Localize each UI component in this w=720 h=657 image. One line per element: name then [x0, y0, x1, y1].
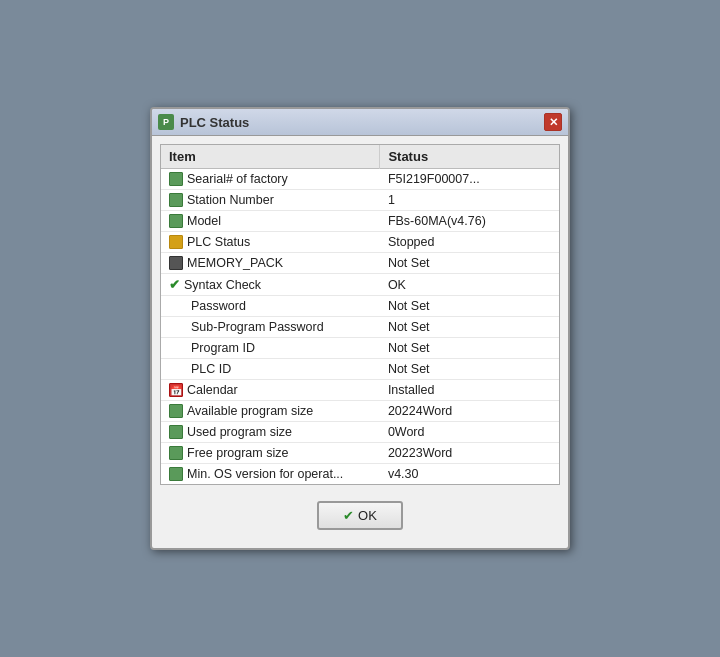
table-row: Sub-Program PasswordNot Set [161, 317, 559, 338]
status-value: 20223Word [380, 443, 559, 464]
header-item: Item [161, 145, 380, 169]
item-cell: Searial# of factory [161, 169, 380, 190]
item-label: Sub-Program Password [191, 320, 324, 334]
item-label: Calendar [187, 383, 238, 397]
item-label: Used program size [187, 425, 292, 439]
table-row: MEMORY_PACKNot Set [161, 253, 559, 274]
item-cell: PLC ID [161, 359, 380, 380]
window-title: PLC Status [180, 115, 249, 130]
title-bar: P PLC Status ✕ [152, 109, 568, 136]
table-header-row: Item Status [161, 145, 559, 169]
item-label: Available program size [187, 404, 313, 418]
status-value: Not Set [380, 296, 559, 317]
table-row: Available program size20224Word [161, 401, 559, 422]
dark-box-icon [169, 256, 183, 270]
item-cell: ✔Syntax Check [161, 274, 380, 296]
table-row: Used program size0Word [161, 422, 559, 443]
green-box-icon [169, 446, 183, 460]
item-cell: Sub-Program Password [161, 317, 380, 338]
status-value: v4.30 [380, 464, 559, 485]
green-box-icon [169, 467, 183, 481]
table-body: Searial# of factoryF5I219F00007...Statio… [161, 169, 559, 485]
item-cell: Model [161, 211, 380, 232]
header-status: Status [380, 145, 559, 169]
status-value: Not Set [380, 253, 559, 274]
item-cell: MEMORY_PACK [161, 253, 380, 274]
status-value: Installed [380, 380, 559, 401]
table-row: Station Number1 [161, 190, 559, 211]
status-value: Not Set [380, 317, 559, 338]
green-box-icon [169, 193, 183, 207]
table-row: PLC IDNot Set [161, 359, 559, 380]
ok-button[interactable]: ✔ OK [317, 501, 403, 530]
status-value: Not Set [380, 359, 559, 380]
item-cell: 📅Calendar [161, 380, 380, 401]
status-value: 1 [380, 190, 559, 211]
status-table: Item Status Searial# of factoryF5I219F00… [161, 145, 559, 484]
item-cell: Min. OS version for operat... [161, 464, 380, 485]
status-value: Stopped [380, 232, 559, 253]
table-row: 📅CalendarInstalled [161, 380, 559, 401]
table-row: ModelFBs-60MA(v4.76) [161, 211, 559, 232]
item-label: PLC Status [187, 235, 250, 249]
ok-checkmark-icon: ✔ [343, 508, 354, 523]
item-label: Free program size [187, 446, 288, 460]
item-cell: Used program size [161, 422, 380, 443]
footer: ✔ OK [160, 495, 560, 540]
item-cell: PLC Status [161, 232, 380, 253]
item-label: PLC ID [191, 362, 231, 376]
table-row: ✔Syntax CheckOK [161, 274, 559, 296]
item-label: MEMORY_PACK [187, 256, 283, 270]
table-row: Free program size20223Word [161, 443, 559, 464]
green-box-icon [169, 404, 183, 418]
green-box-icon [169, 214, 183, 228]
item-cell: Program ID [161, 338, 380, 359]
status-value: FBs-60MA(v4.76) [380, 211, 559, 232]
green-box-icon [169, 425, 183, 439]
item-cell: Password [161, 296, 380, 317]
table-row: PasswordNot Set [161, 296, 559, 317]
table-row: Searial# of factoryF5I219F00007... [161, 169, 559, 190]
table-row: Min. OS version for operat...v4.30 [161, 464, 559, 485]
status-value: 0Word [380, 422, 559, 443]
item-label: Program ID [191, 341, 255, 355]
status-value: Not Set [380, 338, 559, 359]
yellow-box-icon [169, 235, 183, 249]
item-label: Station Number [187, 193, 274, 207]
item-label: Syntax Check [184, 278, 261, 292]
item-cell: Available program size [161, 401, 380, 422]
item-cell: Free program size [161, 443, 380, 464]
status-value: F5I219F00007... [380, 169, 559, 190]
plc-status-window: P PLC Status ✕ Item Status Searial# of f… [150, 107, 570, 550]
ok-label: OK [358, 508, 377, 523]
calendar-icon: 📅 [169, 383, 183, 397]
title-bar-left: P PLC Status [158, 114, 249, 130]
item-cell: Station Number [161, 190, 380, 211]
item-label: Min. OS version for operat... [187, 467, 343, 481]
table-row: PLC StatusStopped [161, 232, 559, 253]
item-label: Password [191, 299, 246, 313]
green-box-icon [169, 172, 183, 186]
window-icon: P [158, 114, 174, 130]
status-table-container: Item Status Searial# of factoryF5I219F00… [160, 144, 560, 485]
close-button[interactable]: ✕ [544, 113, 562, 131]
checkmark-icon: ✔ [169, 277, 180, 292]
item-label: Searial# of factory [187, 172, 288, 186]
table-row: Program IDNot Set [161, 338, 559, 359]
status-value: 20224Word [380, 401, 559, 422]
item-label: Model [187, 214, 221, 228]
window-content: Item Status Searial# of factoryF5I219F00… [152, 136, 568, 548]
status-value: OK [380, 274, 559, 296]
